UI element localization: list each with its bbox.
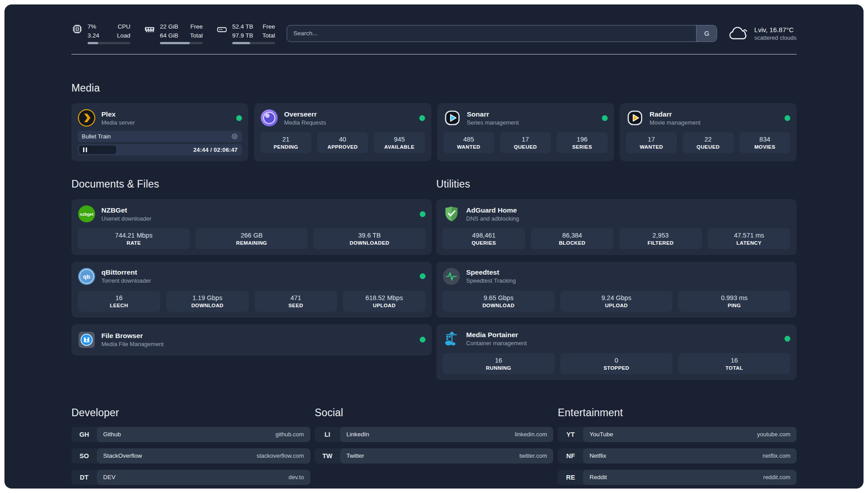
weather-condition: scattered clouds [754, 34, 797, 42]
bookmark-group-title: Developer [71, 407, 310, 419]
bookmark-name: Twitter [346, 452, 364, 459]
service-name: qBittorrent [101, 268, 151, 276]
memory-free-label: Free [190, 22, 203, 31]
service-card-adguard-home[interactable]: AdGuard Home DNS and adblocking 498,461Q… [436, 199, 797, 255]
playback-progress: 24:44 / 02:06:47 [78, 144, 242, 155]
pause-icon [83, 147, 87, 152]
bookmark-reddit[interactable]: RE Redditreddit.com [558, 470, 797, 485]
stat-tile: 9.65 GbpsDOWNLOAD [442, 291, 555, 312]
file-browser-icon [78, 331, 96, 349]
bookmark-url: github.com [275, 431, 304, 438]
stat-tile: 618.52 MbpsUPLOAD [343, 291, 426, 312]
stat-value: 16 [79, 294, 159, 302]
service-card-radarr[interactable]: Radarr Movie management 17WANTED 22QUEUE… [620, 103, 797, 161]
section-documents-files: Documents & Files nzbget NZBGet Usenet d… [71, 161, 432, 355]
now-playing-row: Bullet Train [78, 131, 242, 142]
stat-tile: 16RUNNING [442, 353, 555, 374]
bookmark-abbr: GH [71, 427, 97, 442]
stat-tile: 0STOPPED [560, 353, 672, 374]
service-card-plex[interactable]: Plex Media server Bullet Train 24:44 / 0 [71, 103, 248, 161]
stat-value: 40 [319, 135, 366, 144]
service-card-nzbget[interactable]: nzbget NZBGet Usenet downloader 744.21 M… [71, 199, 432, 255]
service-card-speedtest[interactable]: Speedtest Speedtest Tracking 9.65 GbpsDO… [436, 262, 797, 318]
bookmark-github[interactable]: GH Githubgithub.com [71, 427, 310, 442]
section-title-media: Media [71, 82, 797, 94]
stat-tile: 17WANTED [626, 132, 677, 153]
disk-total-value: 97.9 TB [232, 31, 253, 40]
section-title-utilities: Utilities [436, 178, 797, 190]
stat-value: 945 [376, 135, 423, 144]
bookmark-stackoverflow[interactable]: SO StackOverflowstackoverflow.com [71, 448, 310, 464]
status-online-dot [236, 115, 242, 121]
stat-label: MOVIES [741, 144, 789, 150]
bookmark-abbr: DT [71, 470, 97, 485]
cpu-icon [71, 23, 83, 37]
service-name: Media Portainer [466, 331, 527, 339]
weather-widget[interactable]: Lviv, 16.87°C scattered clouds [729, 25, 797, 42]
bookmark-name: YouTube [589, 431, 613, 438]
stat-label: PENDING [262, 144, 309, 150]
status-online-dot [420, 337, 426, 343]
service-card-sonarr[interactable]: Sonarr Series management 485WANTED 17QUE… [437, 103, 614, 161]
system-stats: 7%3.24 CPULoad 22 GiB64 GiB FreeTotal [71, 22, 275, 44]
bookmark-netflix[interactable]: NF Netflixnetflix.com [558, 448, 797, 464]
stat-tile: 86,384BLOCKED [531, 228, 613, 249]
stat-tile: 485WANTED [443, 132, 494, 153]
stat-tile: 945AVAILABLE [374, 132, 425, 153]
stat-tile: 39.6 TBDOWNLOADED [313, 228, 426, 249]
service-card-media-portainer[interactable]: Media Portainer Container management 16R… [436, 324, 797, 380]
svg-text:nzbget: nzbget [80, 212, 94, 217]
stat-label: STOPPED [562, 365, 671, 371]
service-card-file-browser[interactable]: File Browser Media File Management [71, 324, 432, 355]
bookmark-url: reddit.com [763, 474, 790, 480]
service-card-overseerr[interactable]: Overseerr Media Requests 21PENDING 40APP… [254, 103, 431, 161]
service-description: Speedtest Tracking [466, 277, 516, 284]
stat-value: 471 [256, 294, 335, 302]
bookmark-abbr: LI [315, 427, 340, 442]
service-name: Sonarr [467, 110, 519, 118]
service-description: Usenet downloader [101, 215, 151, 222]
section-media: Media Plex Media server Bullet Train [71, 82, 797, 161]
section-title-documents: Documents & Files [71, 178, 432, 190]
search-provider-button[interactable]: G [696, 25, 717, 42]
overseerr-icon [260, 109, 278, 127]
disk-free-value: 52.4 TB [232, 22, 253, 31]
stat-tile: 471SEED [255, 291, 337, 312]
bookmark-url: dev.to [288, 474, 304, 480]
bookmark-dev[interactable]: DT DEVdev.to [71, 470, 310, 485]
bookmark-group-entertainment: Entertainment YT YouTubeyoutube.com NF N… [558, 407, 797, 489]
header-divider [71, 54, 797, 54]
cloud-icon [729, 25, 748, 42]
bookmark-url: netflix.com [763, 452, 790, 459]
stat-label: LATENCY [709, 240, 789, 246]
bookmark-group-title: Social [315, 407, 554, 419]
stat-label: DOWNLOADED [315, 240, 424, 246]
stat-tile: 17QUEUED [500, 132, 551, 153]
cpu-label: CPU [117, 22, 130, 31]
disk-total-label: Total [262, 31, 275, 40]
stat-tile: 40APPROVED [317, 132, 368, 153]
stat-tile: 498,461QUERIES [442, 228, 525, 249]
memory-progress-bar [160, 42, 203, 44]
bookmark-url: twitter.com [519, 452, 547, 459]
stat-label: WANTED [628, 144, 675, 150]
bookmark-linkedin[interactable]: LI LinkedInlinkedin.com [315, 427, 554, 442]
stat-tile: 834MOVIES [739, 132, 790, 153]
bookmarks: Developer GH Githubgithub.com SO StackOv… [71, 407, 797, 489]
bookmark-name: LinkedIn [346, 431, 369, 438]
service-card-qbittorrent[interactable]: qb qBittorrent Torrent downloader 16LEEC… [71, 262, 432, 318]
gear-icon[interactable] [231, 133, 238, 140]
stat-value: 21 [262, 135, 309, 144]
status-online-dot [419, 115, 425, 121]
stat-label: BLOCKED [533, 240, 612, 246]
disk-icon [216, 23, 228, 37]
bookmark-youtube[interactable]: YT YouTubeyoutube.com [558, 427, 797, 442]
stat-tile: 1.19 GbpsDOWNLOAD [166, 291, 249, 312]
bookmark-name: DEV [103, 474, 116, 480]
stat-tile: 0.993 msPING [678, 291, 790, 312]
search-input[interactable] [287, 25, 696, 42]
sonarr-icon [443, 109, 461, 127]
memory-total-value: 64 GiB [160, 31, 178, 40]
bookmark-twitter[interactable]: TW Twittertwitter.com [315, 448, 554, 464]
stat-tile: 16LEECH [78, 291, 160, 312]
